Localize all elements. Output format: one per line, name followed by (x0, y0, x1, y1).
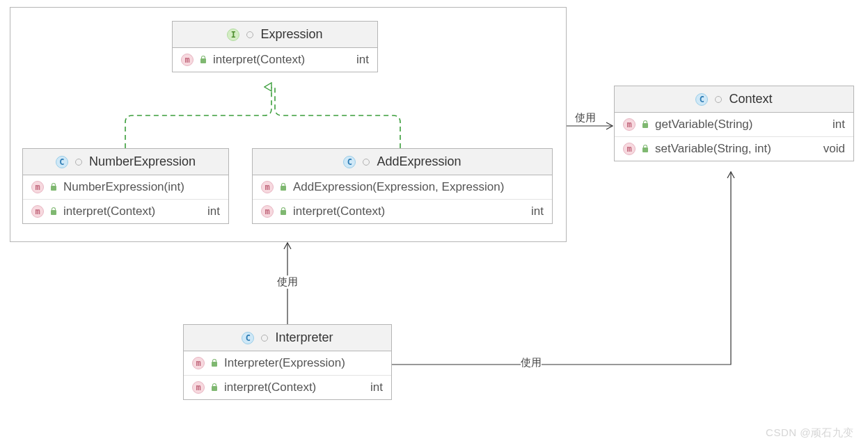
method-icon: m (181, 54, 194, 66)
class-icon: C (343, 156, 356, 168)
return-type: int (345, 53, 369, 67)
method-signature: interpret(Context) (224, 381, 316, 394)
method-signature: getVariable(String) (655, 118, 752, 131)
class-title: AddExpression (377, 154, 461, 169)
class-title: Context (729, 92, 772, 106)
method-icon: m (192, 357, 205, 369)
ring-icon (246, 31, 253, 38)
class-title: Expression (260, 27, 322, 42)
method-signature: Interpreter(Expression) (224, 356, 345, 370)
method-row: m NumberExpression(int) (23, 175, 228, 200)
context-class: C Context m getVariable(String) int m se… (614, 86, 854, 161)
method-row: m interpret(Context) int (173, 48, 377, 72)
addexpression-class: C AddExpression m AddExpression(Expressi… (252, 148, 553, 224)
method-row: m interpret(Context) int (253, 200, 552, 223)
method-row: m AddExpression(Expression, Expression) (253, 175, 552, 200)
class-title: Interpreter (275, 330, 333, 345)
ring-icon (715, 96, 722, 103)
method-signature: NumberExpression(int) (63, 180, 184, 194)
ring-icon (363, 159, 370, 166)
class-title-row: C AddExpression (253, 149, 552, 175)
method-icon: m (192, 381, 205, 394)
method-icon: m (623, 143, 636, 155)
lock-icon (210, 383, 219, 392)
method-signature: interpret(Context) (293, 205, 385, 218)
class-title-row: C NumberExpression (23, 149, 228, 175)
return-type: void (812, 142, 845, 156)
lock-icon (49, 183, 58, 191)
watermark-text: CSDN @顽石九变 (766, 426, 854, 440)
method-icon: m (261, 205, 274, 218)
ring-icon (261, 335, 268, 342)
expression-class: I Expression m interpret(Context) int (172, 21, 378, 72)
return-type: int (821, 118, 845, 131)
method-row: m getVariable(String) int (615, 113, 853, 137)
interface-icon: I (227, 29, 239, 41)
class-icon: C (695, 93, 708, 106)
class-title-row: C Context (615, 86, 853, 113)
return-type: int (196, 205, 220, 218)
use-label: 使用 (575, 111, 596, 125)
method-icon: m (31, 205, 44, 218)
method-row: m interpret(Context) int (23, 200, 228, 223)
lock-icon (279, 207, 287, 216)
class-icon: C (242, 332, 254, 344)
ring-icon (75, 159, 82, 166)
class-title-row: C Interpreter (184, 325, 391, 351)
method-signature: interpret(Context) (213, 53, 305, 67)
lock-icon (49, 207, 58, 216)
class-title: NumberExpression (89, 154, 196, 169)
return-type: int (359, 381, 383, 394)
lock-icon (210, 359, 219, 367)
method-icon: m (623, 118, 636, 131)
numberexpression-class: C NumberExpression m NumberExpression(in… (22, 148, 229, 224)
interpreter-class: C Interpreter m Interpreter(Expression) … (183, 324, 392, 400)
use-label: 使用 (521, 356, 542, 369)
lock-icon (279, 183, 287, 191)
lock-icon (641, 145, 649, 153)
return-type: int (520, 205, 544, 218)
lock-icon (641, 120, 649, 129)
method-icon: m (31, 181, 44, 193)
method-signature: setVariable(String, int) (655, 142, 771, 156)
use-label: 使用 (277, 275, 298, 289)
method-signature: interpret(Context) (63, 205, 155, 218)
method-icon: m (261, 181, 274, 193)
lock-icon (199, 56, 207, 64)
class-title-row: I Expression (173, 22, 377, 48)
method-signature: AddExpression(Expression, Expression) (293, 180, 504, 194)
method-row: m setVariable(String, int) void (615, 137, 853, 161)
method-row: m Interpreter(Expression) (184, 351, 391, 376)
class-icon: C (56, 156, 68, 168)
method-row: m interpret(Context) int (184, 376, 391, 399)
